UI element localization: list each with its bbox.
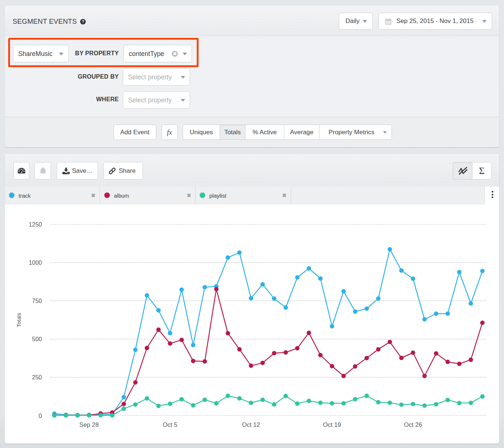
svg-text:0: 0 [39, 413, 42, 419]
svg-text:Sep 28: Sep 28 [79, 421, 99, 428]
svg-text:Oct 5: Oct 5 [163, 421, 177, 428]
svg-text:250: 250 [32, 374, 42, 381]
svg-text:Oct 19: Oct 19 [323, 421, 341, 428]
svg-text:Totals: Totals [16, 313, 22, 327]
svg-text:1250: 1250 [29, 221, 42, 228]
svg-text:Oct 26: Oct 26 [404, 421, 422, 428]
svg-text:1000: 1000 [29, 260, 42, 266]
svg-text:Oct 12: Oct 12 [242, 421, 260, 428]
svg-text:750: 750 [32, 298, 42, 304]
svg-text:500: 500 [32, 336, 42, 342]
